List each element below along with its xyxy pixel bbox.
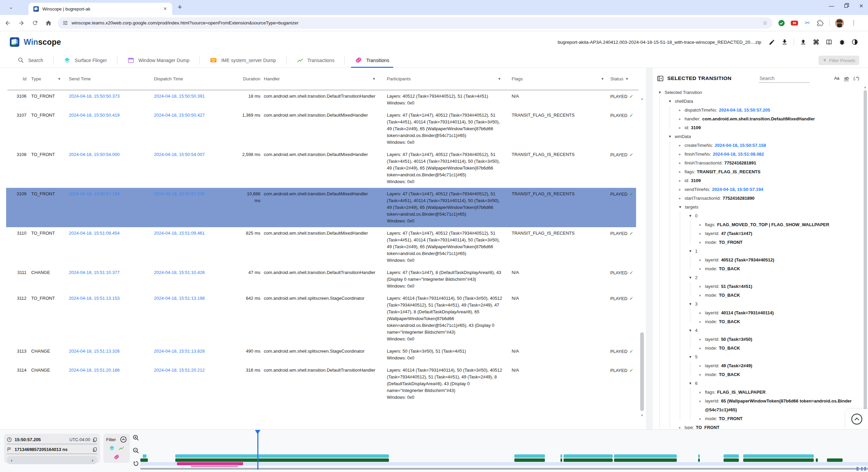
timeline-scrollbar[interactable] <box>140 468 868 470</box>
table-row[interactable]: 3111CHANGE2024-04-18, 15:51:10.3772024-0… <box>7 267 639 292</box>
table-row[interactable]: 3109TO_FRONT2024-04-18, 15:50:57.1942024… <box>7 188 639 227</box>
collapse-filter-button[interactable] <box>120 436 127 443</box>
profile-avatar[interactable] <box>835 19 844 27</box>
filter-transitions-icon[interactable] <box>114 454 120 461</box>
tree-item[interactable]: finishTimeNs:2024-04-18, 15:51:08.082 <box>653 150 860 159</box>
filter-transactions-icon[interactable] <box>118 445 124 453</box>
chevron-down-icon[interactable]: ▼ <box>688 353 693 361</box>
table-row[interactable]: 3112TO_FRONT2024-04-18, 15:51:13.1532024… <box>7 292 639 345</box>
send-time-link[interactable]: 2024-04-18, 15:51:13.326 <box>69 349 120 354</box>
sf-trace-segment[interactable] <box>564 454 613 458</box>
column-filter-icon[interactable]: ▼ <box>498 77 501 81</box>
transition-block-overlap[interactable] <box>191 465 238 467</box>
download-traces-icon[interactable] <box>779 37 790 47</box>
reload-icon[interactable] <box>29 17 41 29</box>
tab-transitions[interactable]: Transitions <box>345 53 399 68</box>
tree-group[interactable]: ▼shellData <box>653 97 860 106</box>
tab-search-chevron-icon[interactable]: ⌄ <box>9 4 13 10</box>
tree-item[interactable]: layerId:40512 (Task=7934#40512) <box>653 256 860 264</box>
transactions-trace-segment[interactable] <box>175 458 389 462</box>
tree-item[interactable]: mode:TO_FRONT <box>653 238 860 247</box>
dispatch-time-link[interactable]: 2024-04-18, 15:50:50.391 <box>154 94 205 99</box>
chevron-down-icon[interactable]: ▼ <box>688 326 693 335</box>
sf-trace-segment[interactable] <box>614 454 677 458</box>
sf-trace-segment[interactable] <box>743 454 814 458</box>
collapse-panel-icon[interactable] <box>657 75 664 82</box>
tree-group[interactable]: ▼Selected Transition <box>653 88 860 97</box>
transactions-trace-segment[interactable] <box>698 458 700 462</box>
tree-item[interactable]: layerId:49 (Task=2#49) <box>653 361 860 370</box>
table-scroll-up-icon[interactable]: ▲ <box>640 97 644 100</box>
dispatch-time-link[interactable]: 2024-04-18, 15:51:13.828 <box>154 349 205 354</box>
table-row[interactable]: 3114CHANGE2024-04-18, 15:51:20.1862024-0… <box>7 364 639 404</box>
panel-scroll-up-icon[interactable]: ▲ <box>864 85 867 89</box>
send-time-link[interactable]: 2024-04-18, 15:51:13.153 <box>69 296 120 301</box>
tree-group[interactable]: ▼2 <box>653 273 860 282</box>
tree-item[interactable]: flags:TRANSIT_FLAG_IS_RECENTS <box>653 168 860 176</box>
tree-group[interactable]: ▼targets <box>653 203 860 212</box>
column-filter-icon[interactable]: ▼ <box>625 77 629 81</box>
tree-group[interactable]: ▼0 <box>653 212 860 220</box>
tab-surface-flinger[interactable]: Surface Flinger <box>54 53 117 68</box>
zoom-in-button[interactable] <box>133 434 139 441</box>
window-restore-button[interactable] <box>844 3 849 9</box>
match-word-icon[interactable]: ab <box>844 76 849 81</box>
sf-trace-segment[interactable] <box>560 454 562 458</box>
table-row[interactable]: 3107TO_FRONT2024-04-18, 15:50:50.4192024… <box>7 109 639 149</box>
panel-scrollbar[interactable] <box>864 90 867 410</box>
dispatch-time-link[interactable]: 2024-04-18, 15:50:57.205 <box>154 191 205 196</box>
dispatch-time-link[interactable]: 2024-04-18, 15:51:20.212 <box>154 368 205 373</box>
match-case-icon[interactable]: Aa <box>834 76 839 81</box>
send-time-link[interactable]: 2024-04-18, 15:50:50.373 <box>69 94 120 99</box>
scroll-to-top-button[interactable] <box>850 412 864 426</box>
chevron-down-icon[interactable]: ▼ <box>688 247 693 256</box>
table-row[interactable]: 3110TO_FRONT2024-04-18, 15:51:09.4542024… <box>7 227 639 267</box>
tree-item[interactable]: handler:com.android.wm.shell.transition.… <box>653 115 860 123</box>
tree-item[interactable]: layerId:40114 (Task=7931#40114) <box>653 309 860 317</box>
dispatch-time-link[interactable]: 2024-04-18, 15:51:09.461 <box>154 231 205 236</box>
documentation-icon[interactable] <box>823 37 835 47</box>
extension-video-icon[interactable] <box>791 19 798 27</box>
chevron-down-icon[interactable]: ▼ <box>657 88 662 97</box>
send-time-link[interactable]: 2024-04-18, 15:50:57.194 <box>69 191 120 196</box>
tree-item[interactable]: flags:FLAG_IS_WALLPAPER <box>653 388 860 397</box>
url-bar[interactable]: winscope.teams.x20web.corp.google.com/pr… <box>58 17 772 29</box>
tree-item[interactable]: flags:FLAG_MOVED_TO_TOP | FLAG_SHOW_WALL… <box>653 220 860 229</box>
tree-item[interactable]: dispatchTimeNs:2024-04-18, 15:50:57.205 <box>653 106 860 115</box>
reset-zoom-button[interactable] <box>133 460 139 467</box>
tree-item[interactable]: id:3109 <box>653 176 860 185</box>
tree-group[interactable]: ▼1 <box>653 247 860 256</box>
tree-item[interactable]: layerId:51 (Task=4#51) <box>653 282 860 291</box>
tab-window-manager-dump[interactable]: Window Manager Dump <box>117 53 199 68</box>
sf-trace-segment[interactable] <box>514 454 545 458</box>
dispatch-time-link[interactable]: 2024-04-18, 15:50:54.007 <box>154 152 205 157</box>
tree-item[interactable]: mode:TO_BACK <box>653 317 860 326</box>
tab-close-icon[interactable]: × <box>161 5 169 12</box>
transactions-trace-segment[interactable] <box>564 458 613 462</box>
tree-group[interactable]: ▼6 <box>653 379 860 388</box>
edit-file-icon[interactable] <box>766 37 777 47</box>
timeline-cursor[interactable] <box>257 430 258 470</box>
sf-trace-segment[interactable] <box>724 454 739 458</box>
tree-item[interactable]: mode:TO_BACK <box>653 264 860 273</box>
send-time-link[interactable]: 2024-04-18, 15:50:50.419 <box>69 113 120 118</box>
human-time-field[interactable]: 15:50:57.205 UTC-04:00 <box>7 435 97 444</box>
new-tab-button[interactable]: + <box>178 3 182 12</box>
chevron-down-icon[interactable]: ▼ <box>688 379 693 388</box>
extension-check-icon[interactable] <box>778 19 785 27</box>
dispatch-time-link[interactable]: 2024-04-18, 15:51:13.198 <box>154 296 205 301</box>
send-time-link[interactable]: 2024-04-18, 15:51:10.377 <box>69 270 120 275</box>
transactions-trace-segment[interactable] <box>514 458 545 462</box>
tab-transactions[interactable]: Transactions <box>287 53 345 68</box>
zoom-out-button[interactable] <box>133 447 139 454</box>
column-filter-icon[interactable]: ▼ <box>58 77 61 81</box>
timeline-canvas[interactable] <box>142 430 868 472</box>
tree-item[interactable]: startTransactionId:7752416281890 <box>653 194 860 203</box>
extensions-puzzle-icon[interactable] <box>816 19 824 27</box>
tree-group[interactable]: ▼5 <box>653 353 860 361</box>
tree-item[interactable]: mode:TO_BACK <box>653 291 860 300</box>
sf-trace-segment[interactable] <box>698 454 700 458</box>
back-icon[interactable] <box>2 17 14 29</box>
column-filter-icon[interactable]: ▼ <box>601 77 604 81</box>
send-time-link[interactable]: 2024-04-18, 15:50:54.000 <box>69 152 120 157</box>
